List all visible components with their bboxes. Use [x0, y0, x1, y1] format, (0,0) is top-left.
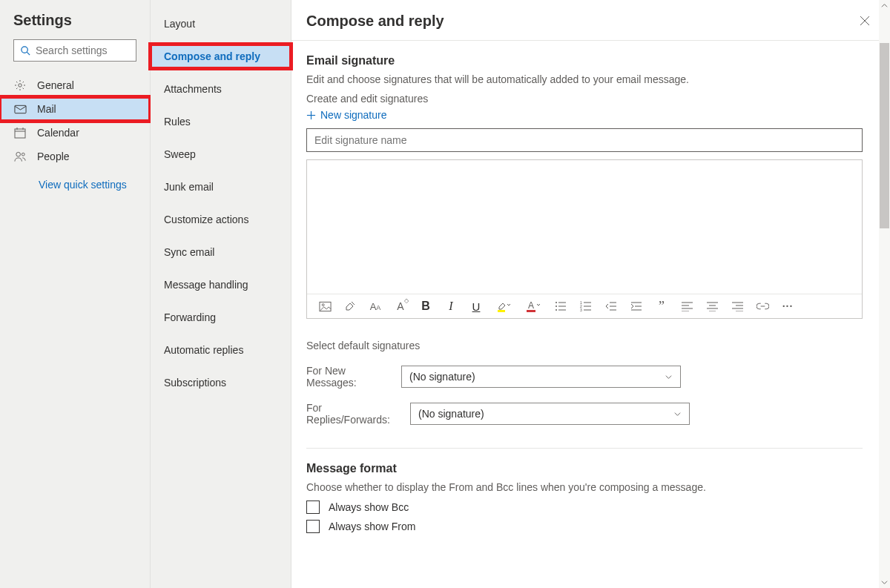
- close-button[interactable]: [854, 10, 875, 31]
- mail-icon: [13, 105, 27, 114]
- svg-point-11: [16, 152, 20, 156]
- email-signature-heading: Email signature: [306, 54, 875, 67]
- sidebar-item-label: Calendar: [37, 127, 79, 139]
- checkbox[interactable]: [306, 520, 320, 533]
- from-checkbox-row[interactable]: Always show From: [306, 520, 875, 533]
- sidebar-item-general[interactable]: General: [0, 73, 150, 97]
- message-format-desc: Choose whether to display the From and B…: [306, 481, 875, 493]
- svg-point-0: [22, 46, 27, 52]
- subnav-item-auto-replies[interactable]: Automatic replies: [151, 338, 291, 362]
- quote-icon[interactable]: ”: [654, 299, 669, 314]
- signature-textarea[interactable]: [307, 160, 862, 294]
- svg-line-1: [27, 52, 30, 55]
- svg-point-18: [322, 303, 324, 305]
- subnav-item-customize[interactable]: Customize actions: [151, 208, 291, 231]
- svg-rect-4: [15, 129, 25, 138]
- for-replies-label: For Replies/Forwards:: [306, 402, 404, 426]
- new-messages-row: For New Messages: (No signature): [306, 365, 875, 389]
- insert-image-icon[interactable]: [317, 299, 332, 314]
- sidebar-item-people[interactable]: People: [0, 145, 150, 168]
- numbering-icon[interactable]: 123: [578, 299, 593, 314]
- font-family-icon[interactable]: AA: [368, 299, 383, 314]
- email-signature-desc: Edit and choose signatures that will be …: [306, 73, 875, 85]
- format-painter-icon[interactable]: [343, 299, 357, 314]
- bold-icon[interactable]: B: [418, 299, 433, 314]
- search-icon: [20, 45, 31, 56]
- search-input[interactable]: [36, 44, 130, 56]
- from-label: Always show From: [329, 521, 415, 532]
- people-icon: [13, 151, 27, 162]
- dropdown-value: (No signature): [409, 371, 475, 383]
- svg-text:3: 3: [580, 308, 582, 311]
- dropdown-value: (No signature): [418, 408, 484, 420]
- svg-point-23: [556, 302, 557, 303]
- plus-icon: [306, 110, 316, 120]
- select-default-label: Select default signatures: [306, 340, 875, 351]
- search-box[interactable]: [13, 39, 136, 62]
- settings-sidebar: Settings GeneralMailCalendarPeople View …: [0, 0, 151, 588]
- subnav-item-subs[interactable]: Subscriptions: [151, 371, 291, 394]
- chevron-down-icon: [665, 373, 673, 381]
- highlight-icon[interactable]: [494, 299, 513, 314]
- search-wrap: [13, 39, 136, 62]
- settings-heading: Settings: [0, 9, 150, 38]
- bcc-checkbox-row[interactable]: Always show Bcc: [306, 501, 875, 514]
- sidebar-item-mail[interactable]: Mail: [0, 97, 150, 121]
- subnav-list: LayoutCompose and replyAttachmentsRulesS…: [151, 12, 291, 394]
- panel-body: Email signature Edit and choose signatur…: [291, 41, 890, 548]
- svg-point-12: [22, 153, 24, 156]
- sidebar-item-label: People: [37, 151, 70, 162]
- outdent-icon[interactable]: [604, 299, 619, 314]
- section-divider: [306, 448, 863, 449]
- align-left-icon[interactable]: [679, 299, 694, 314]
- more-icon[interactable]: ···: [780, 299, 795, 314]
- subnav-item-sweep[interactable]: Sweep: [151, 142, 291, 166]
- subnav-item-rules[interactable]: Rules: [151, 110, 291, 133]
- signature-editor: AAA◇BIUA123”···: [306, 159, 863, 319]
- subnav-item-forwarding[interactable]: Forwarding: [151, 305, 291, 329]
- primary-nav: GeneralMailCalendarPeople: [0, 73, 150, 168]
- panel-header: Compose and reply: [291, 0, 890, 41]
- scroll-down-icon[interactable]: [879, 577, 890, 588]
- subnav-item-attachments[interactable]: Attachments: [151, 77, 291, 101]
- underline-icon[interactable]: U: [469, 299, 484, 314]
- subnav-item-junk[interactable]: Junk email: [151, 175, 291, 199]
- scrollbar-thumb[interactable]: [880, 43, 889, 228]
- create-signatures-desc: Create and edit signatures: [306, 93, 875, 105]
- svg-rect-22: [527, 310, 535, 312]
- view-quick-settings-link[interactable]: View quick settings: [0, 168, 150, 191]
- checkbox[interactable]: [306, 501, 320, 514]
- replies-dropdown[interactable]: (No signature): [410, 403, 690, 425]
- subnav-item-msg-handle[interactable]: Message handling: [151, 273, 291, 297]
- svg-line-19: [352, 302, 355, 305]
- new-signature-button[interactable]: New signature: [306, 109, 387, 121]
- scrollbar-track[interactable]: [879, 0, 890, 588]
- subnav-item-sync[interactable]: Sync email: [151, 240, 291, 264]
- chevron-down-icon: [673, 410, 682, 418]
- sidebar-item-calendar[interactable]: Calendar: [0, 121, 150, 145]
- panel-title: Compose and reply: [306, 13, 444, 30]
- signature-name-input[interactable]: [306, 128, 863, 152]
- scroll-up-icon[interactable]: [879, 0, 890, 11]
- new-messages-dropdown[interactable]: (No signature): [401, 366, 681, 388]
- svg-point-27: [556, 309, 557, 311]
- font-size-icon[interactable]: A◇: [393, 299, 408, 314]
- bullets-icon[interactable]: [553, 299, 568, 314]
- svg-rect-20: [498, 310, 505, 312]
- new-signature-label: New signature: [320, 109, 387, 121]
- align-right-icon[interactable]: [730, 299, 745, 314]
- svg-point-2: [19, 84, 22, 87]
- align-center-icon[interactable]: [705, 299, 719, 314]
- indent-icon[interactable]: [629, 299, 644, 314]
- bcc-label: Always show Bcc: [329, 501, 409, 513]
- message-format-heading: Message format: [306, 462, 875, 475]
- mail-subnav: LayoutCompose and replyAttachmentsRulesS…: [151, 0, 291, 588]
- font-color-icon[interactable]: A: [524, 299, 543, 314]
- italic-icon[interactable]: I: [444, 299, 458, 314]
- link-icon[interactable]: [755, 299, 770, 314]
- svg-text:A: A: [528, 300, 534, 311]
- replies-row: For Replies/Forwards: (No signature): [306, 402, 875, 426]
- subnav-item-compose-reply[interactable]: Compose and reply: [151, 44, 291, 68]
- svg-point-25: [556, 305, 557, 307]
- subnav-item-layout[interactable]: Layout: [151, 12, 291, 36]
